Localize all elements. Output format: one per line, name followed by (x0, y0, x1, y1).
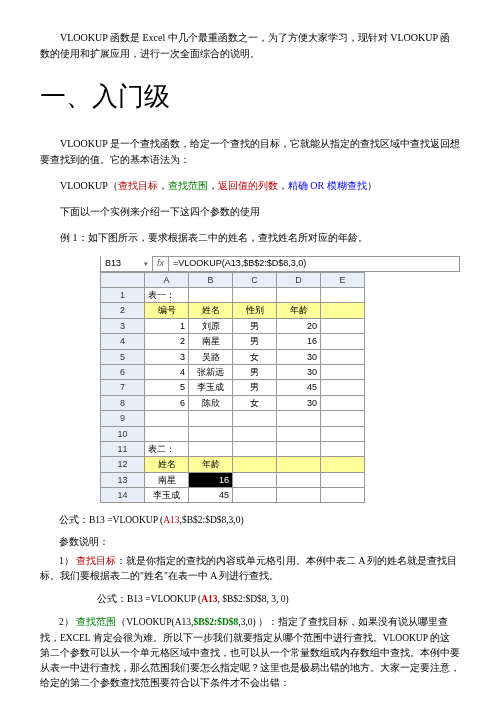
row-hdr[interactable]: 10 (101, 426, 145, 441)
cell[interactable]: 30 (277, 395, 321, 410)
cell[interactable]: 南星 (189, 334, 233, 349)
cell[interactable]: 男 (233, 318, 277, 333)
name-box-dropdown-icon[interactable]: ▾ (144, 258, 148, 269)
cell[interactable] (321, 334, 365, 349)
row-hdr[interactable]: 1 (101, 287, 145, 302)
cell[interactable]: 年龄 (277, 303, 321, 318)
cell[interactable] (321, 411, 365, 426)
cell[interactable] (321, 441, 365, 456)
cell[interactable] (233, 457, 277, 472)
row-hdr[interactable]: 8 (101, 395, 145, 410)
cell[interactable] (321, 426, 365, 441)
col-C[interactable]: C (233, 272, 277, 287)
cell[interactable]: 45 (277, 380, 321, 395)
cell[interactable] (189, 441, 233, 456)
row-hdr[interactable]: 7 (101, 380, 145, 395)
cell[interactable]: 吴路 (189, 349, 233, 364)
col-E[interactable]: E (321, 272, 365, 287)
cell[interactable] (277, 457, 321, 472)
row-hdr[interactable]: 13 (101, 472, 145, 487)
formula-input[interactable]: =VLOOKUP(A13,$B$2:$D$8,3,0) (169, 256, 459, 270)
cell[interactable] (189, 426, 233, 441)
heading-level1: 一、入门级 (40, 76, 460, 118)
cell[interactable]: 南星 (145, 472, 189, 487)
cell[interactable]: 刘原 (189, 318, 233, 333)
cell[interactable] (321, 395, 365, 410)
param2-title: 查找范围 (76, 617, 116, 627)
cell[interactable] (277, 426, 321, 441)
cell[interactable] (277, 287, 321, 302)
cell[interactable]: 姓名 (189, 303, 233, 318)
cell[interactable] (277, 488, 321, 503)
row-hdr[interactable]: 14 (101, 488, 145, 503)
cell[interactable] (233, 488, 277, 503)
cell[interactable]: 表二： (145, 441, 189, 456)
cell[interactable]: 李玉成 (145, 488, 189, 503)
cell[interactable]: 6 (145, 395, 189, 410)
table-row: 64张新远男30 (101, 364, 365, 379)
cell[interactable]: 5 (145, 380, 189, 395)
cell[interactable] (321, 472, 365, 487)
cell[interactable] (233, 472, 277, 487)
col-B[interactable]: B (189, 272, 233, 287)
cell[interactable]: 男 (233, 364, 277, 379)
cell[interactable] (321, 303, 365, 318)
cell[interactable]: 李玉成 (189, 380, 233, 395)
cell[interactable]: 表一： (145, 287, 189, 302)
cell[interactable] (321, 380, 365, 395)
cell[interactable]: 女 (233, 349, 277, 364)
cell[interactable]: 性别 (233, 303, 277, 318)
cell[interactable] (277, 411, 321, 426)
fx-icon[interactable]: fx (153, 256, 169, 270)
cell[interactable]: 4 (145, 364, 189, 379)
cell[interactable] (321, 488, 365, 503)
col-D[interactable]: D (277, 272, 321, 287)
cell[interactable] (233, 287, 277, 302)
cell[interactable]: 年龄 (189, 457, 233, 472)
cell[interactable] (277, 441, 321, 456)
cell[interactable] (233, 411, 277, 426)
cell[interactable]: 30 (277, 364, 321, 379)
row-hdr[interactable]: 3 (101, 318, 145, 333)
cell[interactable] (321, 287, 365, 302)
col-A[interactable]: A (145, 272, 189, 287)
cell[interactable]: 3 (145, 349, 189, 364)
row-hdr[interactable]: 2 (101, 303, 145, 318)
cell[interactable]: 编号 (145, 303, 189, 318)
table-row: 86陈欣女30 (101, 395, 365, 410)
cell[interactable] (321, 457, 365, 472)
row-hdr[interactable]: 9 (101, 411, 145, 426)
cell[interactable] (321, 364, 365, 379)
cell[interactable]: 姓名 (145, 457, 189, 472)
cell[interactable]: 女 (233, 395, 277, 410)
row-hdr[interactable]: 5 (101, 349, 145, 364)
cell[interactable] (233, 426, 277, 441)
cell[interactable] (321, 318, 365, 333)
row-hdr[interactable]: 6 (101, 364, 145, 379)
cell[interactable]: 1 (145, 318, 189, 333)
cell[interactable]: 30 (277, 349, 321, 364)
cell[interactable] (145, 426, 189, 441)
cell[interactable]: 16 (277, 334, 321, 349)
corner-cell[interactable] (101, 272, 145, 287)
cell[interactable]: 45 (189, 488, 233, 503)
row-hdr[interactable]: 4 (101, 334, 145, 349)
cell[interactable] (189, 287, 233, 302)
cell[interactable]: 2 (145, 334, 189, 349)
cell[interactable]: 陈欣 (189, 395, 233, 410)
cell[interactable]: 张新远 (189, 364, 233, 379)
active-cell[interactable]: 16 (189, 472, 233, 487)
sep3: ， (278, 180, 288, 191)
cell[interactable] (233, 441, 277, 456)
row-hdr[interactable]: 11 (101, 441, 145, 456)
cell[interactable] (321, 349, 365, 364)
row-hdr[interactable]: 12 (101, 457, 145, 472)
cell[interactable] (277, 472, 321, 487)
cell[interactable]: 男 (233, 334, 277, 349)
name-box[interactable]: B13 ▾ (101, 256, 153, 270)
syntax-suffix: ） (367, 180, 377, 191)
cell[interactable] (145, 411, 189, 426)
cell[interactable] (189, 411, 233, 426)
cell[interactable]: 男 (233, 380, 277, 395)
cell[interactable]: 20 (277, 318, 321, 333)
